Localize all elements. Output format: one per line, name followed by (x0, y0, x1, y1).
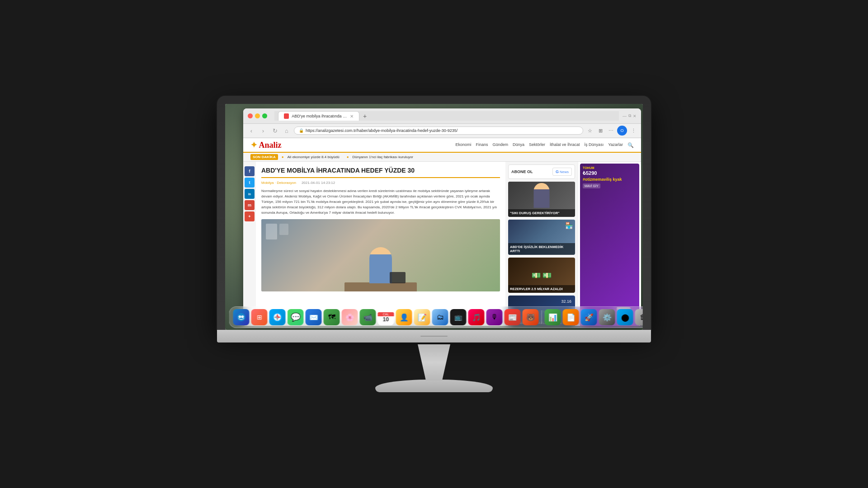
article-date: 2021-04-01 14:23:12 (302, 181, 335, 185)
settings-icon[interactable]: ⋯ (607, 127, 615, 135)
address-bar-row: ‹ › ↻ ⌂ 🔒 https://analizgazetesi.com.tr/… (243, 124, 641, 138)
dock-testflight[interactable]: 🚀 (581, 309, 597, 325)
dock-contacts[interactable]: 👤 (396, 309, 412, 325)
dock-numbers[interactable]: 📊 (545, 309, 561, 325)
dock-podcasts[interactable]: 🎙 (486, 309, 503, 325)
dock-news[interactable]: 📰 (505, 309, 521, 325)
nav-dunya[interactable]: Dünya (513, 142, 524, 148)
news-card-3[interactable]: 💵 💵 REZERVLER 2.5 MİLYAR AZALDI (508, 258, 575, 293)
dock-bear[interactable]: 🐻 (523, 309, 539, 325)
back-button[interactable]: ‹ (247, 126, 256, 135)
card3-overlay: REZERVLER 2.5 MİLYAR AZALDI (508, 285, 575, 293)
new-tab-button[interactable]: + (360, 112, 369, 121)
ad-banner[interactable]: TOHUM ₺5290 #otizmemaviliş kyak MAVİ GİY… (580, 164, 639, 326)
extensions-icon[interactable]: ⊞ (596, 127, 604, 135)
linkedin-share-button[interactable]: in (245, 189, 255, 199)
tab-favicon (284, 113, 289, 119)
dock-safari[interactable] (269, 309, 286, 325)
profile-button[interactable]: O (617, 126, 627, 136)
nav-gundem[interactable]: Gündem (493, 142, 509, 148)
nav-yazarlar[interactable]: Yazarlar (608, 142, 623, 148)
dock-files[interactable]: 🗂 (432, 309, 448, 325)
card3-title: REZERVLER 2.5 MİLYAR AZALDI (510, 287, 573, 291)
news-card-2[interactable]: 🏪 ABD'DE İŞSİZLİK BEKLENMEDİK ARTTI (508, 220, 575, 255)
nav-items: Ekonomi Finans Gündem Dünya Sektörler İt… (455, 142, 634, 148)
url-text: https://analizgazetesi.com.tr/haber/abdy… (306, 128, 458, 133)
gmail-share-button[interactable]: m (245, 200, 255, 210)
reload-button[interactable]: ↻ (270, 126, 279, 135)
nav-sektorler[interactable]: Sektörler (529, 142, 545, 148)
tab-title: ABD'ye mobilya ihracatında he... (292, 114, 347, 118)
analiz-logo[interactable]: ✦ Analiz (250, 140, 282, 150)
more-share-button[interactable]: + (245, 211, 255, 221)
dock-system-prefs[interactable]: ⚙️ (599, 309, 615, 325)
article-title: ABD'YE MOBİLYA İHRACATINDA HEDEF YÜZDE 3… (261, 166, 500, 178)
card1-overlay: "SIKI DURUŞ GEREKTİRİYOR" (508, 209, 575, 217)
nav-ithalat[interactable]: İthalat ve İhracat (550, 142, 580, 148)
card2-icon: 🏪 (565, 222, 573, 229)
nav-ekonomi[interactable]: Ekonomi (455, 142, 471, 148)
address-bar[interactable]: 🔒 https://analizgazetesi.com.tr/haber/ab… (294, 127, 583, 135)
window-restore-icon[interactable]: ⧉ (628, 113, 631, 118)
google-news-button[interactable]: G News (552, 168, 572, 176)
dock-trash[interactable]: 🗑 (635, 309, 643, 325)
twitter-share-button[interactable]: t (245, 178, 255, 188)
dock-music[interactable]: 🎵 (468, 309, 485, 325)
window-minimize-icon[interactable]: — (623, 114, 627, 118)
dock-screen-record[interactable]: ⬤ (617, 309, 633, 325)
ad-price: ₺5290 (583, 170, 637, 176)
wall-decor1 (266, 224, 277, 239)
chin-line (420, 336, 448, 337)
search-icon[interactable]: 🔍 (627, 142, 634, 148)
laptop-shape (390, 272, 406, 283)
dock-finder[interactable] (233, 309, 250, 325)
dock-facetime[interactable]: 📹 (360, 309, 376, 325)
svg-point-0 (237, 313, 245, 321)
ad-area: TOHUM ₺5290 #otizmemaviliş kyak MAVİ GİY… (578, 162, 641, 326)
dock-calendar[interactable]: CAL 10 (378, 309, 394, 325)
ad-hashtag: #otizmemaviliş kyak (583, 177, 637, 182)
dock: ⊞ 💬 ✉️ 🗺 🌸 📹 CAL 10 👤 (229, 306, 643, 328)
ad-btn-mavi[interactable]: MAVİ GİY (583, 183, 600, 188)
imac-screen: ABD'ye mobilya ihracatında he... ✕ + — ⧉… (225, 104, 643, 330)
breaking-label: SON DAKİKA (250, 154, 278, 160)
dock-photos[interactable]: 🌸 (342, 309, 358, 325)
article-area: ABD'YE MOBİLYA İHRACATINDA HEDEF YÜZDE 3… (256, 162, 505, 326)
toolbar-icons: ☆ ⊞ ⋯ O ⋮ (586, 126, 637, 136)
desk-shape (344, 282, 417, 291)
close-button[interactable] (248, 113, 253, 118)
dock-pages[interactable]: 📄 (563, 309, 579, 325)
dock-mail[interactable]: ✉️ (306, 309, 322, 325)
person-shape (369, 247, 392, 283)
minimize-button[interactable] (255, 113, 260, 118)
ad-text1: TOHUM (583, 166, 637, 169)
main-layout: f t in m + ABD'YE MOBİLYA İHRACATINDA HE… (243, 162, 641, 326)
nav-is-dunyasi[interactable]: İş Dünyası (585, 142, 604, 148)
more-options-icon[interactable]: ⋮ (629, 127, 637, 135)
maximize-button[interactable] (262, 113, 267, 118)
card2-title: ABD'DE İŞSİZLİK BEKLENMEDİK ARTTI (510, 245, 573, 253)
svg-point-2 (241, 315, 244, 318)
browser-tab-active[interactable]: ABD'ye mobilya ihracatında he... ✕ (278, 111, 359, 121)
card1-person (534, 183, 550, 208)
browser-chrome: ABD'ye mobilya ihracatında he... ✕ + — ⧉… (243, 108, 641, 138)
dock-messages[interactable]: 💬 (288, 309, 304, 325)
dock-notes[interactable]: 📝 (414, 309, 430, 325)
home-button[interactable]: ⌂ (282, 126, 291, 135)
facebook-share-button[interactable]: f (245, 166, 255, 176)
dock-divider (542, 310, 542, 324)
dock-appletv[interactable]: 📺 (450, 309, 467, 325)
svg-point-1 (239, 315, 241, 318)
forward-button[interactable]: › (259, 126, 268, 135)
dock-launchpad[interactable]: ⊞ (251, 309, 268, 325)
news-card-1[interactable]: "SIKI DURUŞ GEREKTİRİYOR" (508, 182, 575, 217)
window-close-icon[interactable]: ✕ (633, 114, 637, 118)
breaking-text: Ali ekonomiye yüzde 8.4 büyüdü (288, 155, 340, 159)
window-actions: — ⧉ ✕ (623, 113, 637, 118)
nav-finans[interactable]: Finans (476, 142, 488, 148)
desktop-background: ABD'ye mobilya ihracatında he... ✕ + — ⧉… (225, 104, 643, 330)
tab-close-button[interactable]: ✕ (350, 114, 354, 119)
window-controls (248, 113, 267, 118)
bookmark-icon[interactable]: ☆ (586, 127, 594, 135)
dock-maps[interactable]: 🗺 (324, 309, 340, 325)
